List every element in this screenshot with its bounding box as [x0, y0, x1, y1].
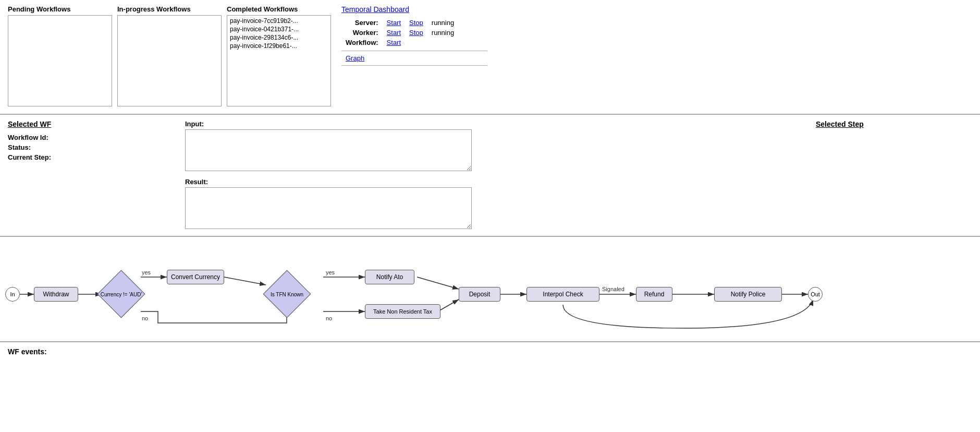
selected-wf-title: Selected WF: [8, 120, 175, 128]
result-textarea[interactable]: [185, 187, 472, 229]
selected-wf-section: Selected WF Workflow Id: Status: Current…: [8, 120, 175, 231]
result-field-group: Result:: [185, 178, 805, 231]
node-out[interactable]: Out: [808, 287, 823, 302]
wf-events-section: WF events:: [0, 342, 980, 361]
worker-status: running: [427, 28, 458, 38]
wf-events-title: WF events:: [8, 347, 972, 356]
server-stop-link[interactable]: Stop: [409, 19, 423, 27]
input-result-section: Input: Result:: [185, 120, 805, 231]
dashboard-table: Server: Start Stop running Worker: Start…: [341, 18, 458, 47]
graph-canvas: yes no yes no Signaled: [0, 247, 970, 331]
list-item[interactable]: pay-invoice-298134c6-...: [228, 33, 329, 42]
result-label: Result:: [185, 178, 805, 186]
top-section: Pending Workflows In-progress Workflows …: [0, 0, 980, 115]
inprogress-workflows-label: In-progress Workflows: [117, 5, 222, 13]
selected-step-section: Selected Step: [816, 120, 972, 231]
node-notify-ato[interactable]: Notify Ato: [365, 270, 414, 284]
node-in[interactable]: In: [5, 287, 20, 302]
svg-text:no: no: [142, 315, 148, 321]
node-withdraw[interactable]: Withdraw: [34, 287, 78, 302]
workflow-id-field: Workflow Id:: [8, 134, 175, 141]
svg-line-11: [417, 277, 459, 289]
svg-text:yes: yes: [326, 269, 335, 275]
server-start-link[interactable]: Start: [387, 19, 401, 27]
completed-workflows-label: Completed Workflows: [227, 5, 331, 13]
pending-workflows-label: Pending Workflows: [8, 5, 112, 13]
server-row: Server: Start Stop running: [341, 18, 458, 28]
node-deposit[interactable]: Deposit: [459, 287, 500, 302]
completed-workflows-column: Completed Workflows pay-invoice-7cc919b2…: [227, 5, 331, 109]
selected-step-title: Selected Step: [816, 120, 972, 128]
dashboard-divider: [341, 51, 487, 51]
dashboard-section: Temporal Dashboard Server: Start Stop ru…: [341, 5, 498, 109]
node-notify-police[interactable]: Notify Police: [714, 287, 782, 302]
node-convert-currency[interactable]: Convert Currency: [167, 270, 224, 284]
pending-workflows-list[interactable]: [8, 15, 112, 106]
list-item[interactable]: pay-invoice-0421b371-...: [228, 25, 329, 33]
svg-text:Timeout: Timeout: [672, 330, 693, 331]
status-field: Status:: [8, 143, 175, 151]
input-label: Input:: [185, 120, 805, 128]
graph-section: yes no yes no Signaled: [0, 237, 980, 342]
svg-text:yes: yes: [142, 269, 151, 275]
completed-workflows-list[interactable]: pay-invoice-7cc919b2-...pay-invoice-0421…: [227, 15, 331, 106]
pending-workflows-column: Pending Workflows: [8, 5, 112, 109]
list-item[interactable]: pay-invoice-1f29be61-...: [228, 42, 329, 50]
list-item[interactable]: pay-invoice-7cc919b2-...: [228, 17, 329, 25]
worker-row: Worker: Start Stop running: [341, 28, 458, 38]
node-take-non-resident[interactable]: Take Non Resident Tax: [365, 304, 440, 319]
current-step-field: Current Step:: [8, 153, 175, 161]
input-field-group: Input:: [185, 120, 805, 173]
svg-text:no: no: [326, 315, 332, 321]
dashboard-title-link[interactable]: Temporal Dashboard: [341, 5, 409, 14]
middle-section: Selected WF Workflow Id: Status: Current…: [0, 115, 980, 237]
workflow-columns: Pending Workflows In-progress Workflows …: [8, 5, 331, 109]
svg-text:Signaled: Signaled: [602, 286, 624, 292]
node-refund[interactable]: Refund: [636, 287, 672, 302]
workflow-start-link[interactable]: Start: [387, 39, 401, 46]
worker-stop-link[interactable]: Stop: [409, 29, 423, 37]
workflow-row: Workflow: Start: [341, 38, 458, 47]
node-interpol-check[interactable]: Interpol Check: [526, 287, 599, 302]
workflow-label: Workflow:: [341, 38, 383, 47]
inprogress-workflows-column: In-progress Workflows: [117, 5, 222, 109]
graph-link[interactable]: Graph: [346, 54, 364, 62]
worker-label: Worker:: [341, 28, 383, 38]
input-textarea[interactable]: [185, 129, 472, 171]
server-status: running: [427, 18, 458, 28]
inprogress-workflows-list[interactable]: [117, 15, 222, 106]
dashboard-divider2: [341, 65, 487, 66]
svg-line-6: [224, 277, 266, 285]
svg-line-12: [438, 299, 459, 311]
server-label: Server:: [341, 18, 383, 28]
worker-start-link[interactable]: Start: [387, 29, 401, 37]
